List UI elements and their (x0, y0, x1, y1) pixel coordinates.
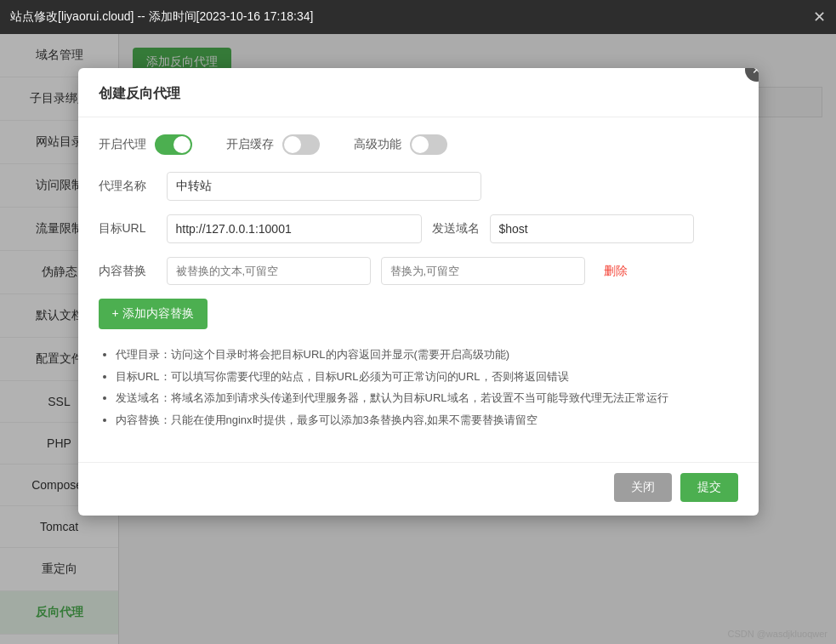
title-bar: 站点修改[liyaorui.cloud] -- 添加时间[2023-10-16 … (0, 0, 836, 34)
advanced-toggle[interactable] (410, 134, 447, 155)
toggle-row: 开启代理 开启缓存 高级功能 (99, 134, 738, 155)
domain-label: 发送域名 (432, 221, 480, 237)
modal-dialog: ✕ 创建反向代理 开启代理 开启缓存 (78, 68, 759, 516)
submit-button[interactable]: 提交 (680, 473, 738, 502)
modal-title: 创建反向代理 (78, 68, 759, 117)
url-row: 目标URL 发送域名 (99, 214, 738, 243)
url-label: 目标URL (99, 221, 167, 237)
cache-toggle[interactable] (282, 134, 320, 155)
advanced-toggle-knob (412, 136, 429, 153)
proxy-toggle-knob (173, 136, 191, 153)
replace-label: 内容替换 (99, 264, 167, 279)
proxy-toggle[interactable] (155, 134, 192, 155)
replace-to-input[interactable] (381, 257, 585, 285)
modal-footer: 关闭 提交 (78, 462, 759, 516)
main-window: 站点修改[liyaorui.cloud] -- 添加时间[2023-10-16 … (0, 0, 836, 644)
domain-input[interactable] (490, 214, 694, 243)
url-input[interactable] (167, 214, 422, 243)
close-button[interactable]: 关闭 (614, 473, 672, 502)
info-item-1: 代理目录：访问这个目录时将会把目标URL的内容返回并显示(需要开启高级功能) (116, 346, 738, 363)
add-content-button[interactable]: + 添加内容替换 (99, 299, 208, 329)
modal-body: 开启代理 开启缓存 高级功能 (78, 117, 759, 462)
proxy-toggle-group: 开启代理 (99, 134, 192, 155)
replace-field-group: 删除 (167, 257, 738, 285)
delete-replace-link[interactable]: 删除 (604, 264, 628, 279)
url-field-group: 发送域名 (167, 214, 738, 243)
cache-toggle-label: 开启缓存 (226, 137, 274, 152)
advanced-toggle-label: 高级功能 (354, 137, 401, 152)
name-row: 代理名称 (99, 172, 738, 201)
cache-toggle-knob (284, 136, 301, 153)
info-item-4: 内容替换：只能在使用nginx时提供，最多可以添加3条替换内容,如果不需要替换请… (116, 412, 738, 429)
info-item-3: 发送域名：将域名添加到请求头传递到代理服务器，默认为目标URL域名，若设置不当可… (116, 390, 738, 407)
replace-row: 内容替换 删除 (99, 257, 738, 285)
info-list: 代理目录：访问这个目录时将会把目标URL的内容返回并显示(需要开启高级功能) 目… (99, 346, 738, 428)
title-bar-close-icon[interactable]: ✕ (813, 8, 826, 26)
advanced-toggle-group: 高级功能 (354, 134, 447, 155)
watermark: CSDN @wasdjkluoqwer (727, 629, 827, 639)
info-item-2: 目标URL：可以填写你需要代理的站点，目标URL必须为可正常访问的URL，否则将… (116, 368, 738, 385)
cache-toggle-group: 开启缓存 (226, 134, 320, 155)
proxy-toggle-label: 开启代理 (99, 137, 146, 152)
modal-overlay: ✕ 创建反向代理 开启代理 开启缓存 (0, 34, 836, 644)
title-bar-text: 站点修改[liyaorui.cloud] -- 添加时间[2023-10-16 … (10, 9, 313, 25)
name-input[interactable] (167, 172, 481, 201)
replace-from-input[interactable] (167, 257, 371, 285)
name-label: 代理名称 (99, 179, 167, 194)
